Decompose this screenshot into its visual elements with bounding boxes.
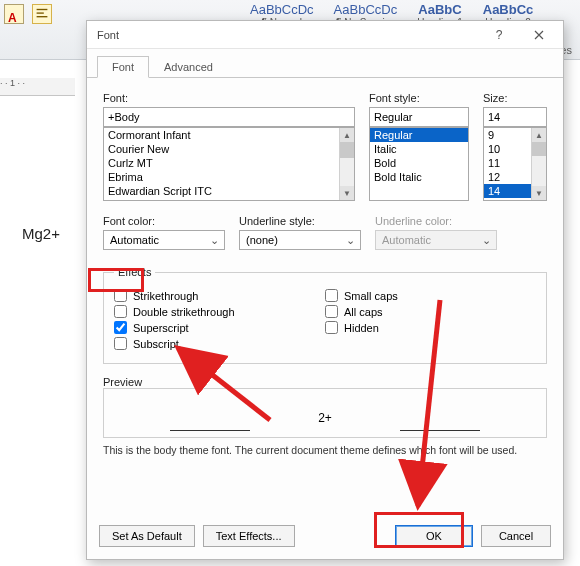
theme-note: This is the body theme font. The current… [103,444,547,456]
close-button[interactable] [519,23,559,47]
cancel-button[interactable]: Cancel [481,525,551,547]
font-color-combo[interactable]: Automatic ⌄ [103,230,225,250]
double-strike-option[interactable]: Double strikethrough [114,305,325,318]
superscript-option[interactable]: Superscript [114,321,325,334]
strikethrough-checkbox[interactable] [114,289,127,302]
effects-group: Effects Strikethrough Double strikethrou… [103,266,547,364]
preview-label: Preview [103,376,142,388]
chevron-down-icon: ⌄ [342,234,358,247]
help-button[interactable]: ? [479,23,519,47]
font-style-label: Font style: [369,92,469,104]
underline-color-label: Underline color: [375,215,497,227]
list-item[interactable]: Ebrima [104,170,354,184]
style-preview[interactable]: AaBbCcDc [334,2,398,17]
font-input[interactable] [103,107,355,127]
subscript-checkbox[interactable] [114,337,127,350]
tab-advanced[interactable]: Advanced [149,56,228,78]
subscript-option[interactable]: Subscript [114,337,325,350]
chevron-down-icon: ⌄ [478,234,494,247]
double-strike-checkbox[interactable] [114,305,127,318]
size-label: Size: [483,92,547,104]
preview-frame: 2+ [103,388,547,438]
underline-style-combo[interactable]: (none) ⌄ [239,230,361,250]
font-color-icon[interactable]: A [4,4,24,24]
style-preview[interactable]: AaBbC [418,2,461,17]
document-text: Mg2+ [22,225,60,242]
list-item[interactable]: Edwardian Script ITC [104,184,354,198]
chevron-down-icon: ⌄ [206,234,222,247]
list-item[interactable]: Curlz MT [104,156,354,170]
underline-color-value: Automatic [382,234,431,246]
style-preview[interactable]: AaBbCc [483,2,534,17]
ruler: · · 1 · · [0,78,75,96]
strikethrough-option[interactable]: Strikethrough [114,289,325,302]
superscript-checkbox[interactable] [114,321,127,334]
scrollbar[interactable]: ▲▼ [339,128,354,200]
list-item[interactable]: Courier New [104,142,354,156]
preview-text: 2+ [318,411,332,425]
font-color-value: Automatic [110,234,159,246]
tab-font[interactable]: Font [97,56,149,78]
font-listbox[interactable]: Cormorant Infant Courier New Curlz MT Eb… [103,127,355,201]
align-icon[interactable] [32,4,52,24]
all-caps-option[interactable]: All caps [325,305,536,318]
list-item[interactable]: Regular [370,128,468,142]
underline-style-label: Underline style: [239,215,361,227]
list-item[interactable]: Bold [370,156,468,170]
font-color-label: Font color: [103,215,225,227]
scrollbar[interactable]: ▲▼ [531,128,546,200]
all-caps-checkbox[interactable] [325,305,338,318]
list-item[interactable]: Italic [370,142,468,156]
dialog-title: Font [97,29,119,41]
effects-legend: Effects [114,266,155,278]
hidden-checkbox[interactable] [325,321,338,334]
font-dialog: Font ? Font Advanced Font: Cormorant Inf… [86,20,564,560]
underline-style-value: (none) [246,234,278,246]
font-style-input[interactable] [369,107,469,127]
font-style-listbox[interactable]: Regular Italic Bold Bold Italic [369,127,469,201]
hidden-option[interactable]: Hidden [325,321,536,334]
text-effects-button[interactable]: Text Effects... [203,525,295,547]
small-caps-checkbox[interactable] [325,289,338,302]
size-input[interactable] [483,107,547,127]
font-label: Font: [103,92,355,104]
ok-button[interactable]: OK [395,525,473,547]
underline-color-combo: Automatic ⌄ [375,230,497,250]
style-preview[interactable]: AaBbCcDc [250,2,314,17]
size-listbox[interactable]: 9 10 11 12 14 ▲▼ [483,127,547,201]
list-item[interactable]: Cormorant Infant [104,128,354,142]
list-item[interactable]: Bold Italic [370,170,468,184]
set-default-button[interactable]: Set As Default [99,525,195,547]
small-caps-option[interactable]: Small caps [325,289,536,302]
